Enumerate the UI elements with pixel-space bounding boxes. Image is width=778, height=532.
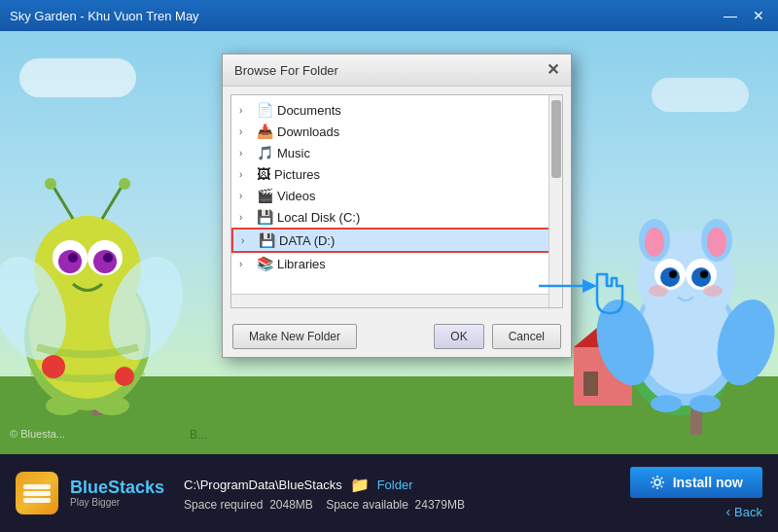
svg-point-30 xyxy=(669,270,677,278)
back-label: Back xyxy=(734,505,762,519)
settings-icon xyxy=(650,475,665,490)
space-row: Space required 2048MB Space available 24… xyxy=(184,498,619,512)
chevron-icon: › xyxy=(239,126,253,137)
chevron-icon: › xyxy=(239,212,253,223)
install-info: C:\ProgramData\BlueStacks 📁 Folder Space… xyxy=(184,476,619,512)
space-required-value: 2048MB xyxy=(269,498,313,512)
install-now-button[interactable]: Install now xyxy=(630,467,762,498)
svg-line-9 xyxy=(53,187,73,219)
back-arrow-icon: ‹ xyxy=(725,504,730,519)
local-disk-c-icon: 💾 xyxy=(257,209,273,225)
music-icon: 🎵 xyxy=(257,145,273,160)
space-available-value: 24379MB xyxy=(415,498,465,512)
chevron-icon: › xyxy=(241,235,255,246)
brand-name: BlueStacks xyxy=(70,479,164,498)
documents-label: Documents xyxy=(277,103,341,118)
cloud-decoration-2 xyxy=(652,78,749,112)
path-row: C:\ProgramData\BlueStacks 📁 Folder xyxy=(184,476,619,494)
svg-point-37 xyxy=(690,395,721,412)
logo-layer-1 xyxy=(23,484,51,489)
chevron-icon: › xyxy=(239,169,253,180)
music-label: Music xyxy=(277,146,310,160)
chevron-icon: › xyxy=(239,105,253,116)
folder-link[interactable]: Folder xyxy=(377,478,413,492)
local-disk-c-label: Local Disk (C:) xyxy=(277,210,360,225)
chevron-icon: › xyxy=(239,191,253,201)
chevron-icon: › xyxy=(239,148,253,159)
window-title: Sky Garden - Khu Vuon Tren May xyxy=(10,9,720,23)
svg-point-18 xyxy=(115,367,134,386)
titlebar: Sky Garden - Khu Vuon Tren May — ✕ xyxy=(0,0,778,31)
bluestacks-brand: BlueStacks Play Bigger xyxy=(70,479,164,509)
window-controls: — ✕ xyxy=(720,9,768,22)
character-left xyxy=(0,143,194,454)
logo-layer-2 xyxy=(23,491,51,496)
pictures-label: Pictures xyxy=(274,167,320,182)
scrollbar-thumb[interactable] xyxy=(551,100,561,178)
character-right xyxy=(588,162,778,454)
dialog-title: Browse For Folder xyxy=(234,63,338,78)
tree-item-videos[interactable]: › 🎬 Videos xyxy=(231,185,562,206)
svg-point-15 xyxy=(46,396,81,415)
dialog-close-button[interactable]: ✕ xyxy=(547,62,559,78)
svg-point-7 xyxy=(68,253,78,263)
svg-point-51 xyxy=(654,479,660,485)
bluestacks-logo xyxy=(16,472,58,514)
logo-layers xyxy=(23,484,51,503)
back-row[interactable]: ‹ Back xyxy=(725,504,762,519)
install-actions: Install now ‹ Back xyxy=(630,467,762,519)
copyright-text: © Bluesta... xyxy=(10,428,65,440)
svg-point-25 xyxy=(707,228,726,257)
downloads-icon: 📥 xyxy=(257,124,273,139)
documents-icon: 📄 xyxy=(257,102,273,118)
videos-icon: 🎬 xyxy=(257,188,273,203)
bottombar: BlueStacks Play Bigger C:\ProgramData\Bl… xyxy=(0,454,778,532)
minimize-button[interactable]: — xyxy=(720,9,741,22)
tree-item-downloads[interactable]: › 📥 Downloads xyxy=(231,121,562,142)
logo-layer-3 xyxy=(23,498,51,503)
svg-point-12 xyxy=(119,178,130,190)
tree-item-music[interactable]: › 🎵 Music xyxy=(231,142,562,163)
downloads-label: Downloads xyxy=(277,124,339,139)
data-d-icon: 💾 xyxy=(259,232,275,248)
path-text: C:\ProgramData\BlueStacks xyxy=(184,478,342,492)
tree-item-pictures[interactable]: › 🖼 Pictures xyxy=(231,163,562,185)
tree-item-documents[interactable]: › 📄 Documents xyxy=(231,99,562,121)
pictures-icon: 🖼 xyxy=(257,166,270,182)
svg-point-36 xyxy=(651,395,682,412)
svg-point-17 xyxy=(42,355,65,378)
svg-point-33 xyxy=(703,285,723,297)
space-available-label: Space available xyxy=(326,498,408,512)
tree-item-data-d[interactable]: › 💾 DATA (D:) xyxy=(231,228,562,253)
data-d-label: DATA (D:) xyxy=(279,233,335,248)
svg-point-28 xyxy=(660,267,680,287)
svg-point-32 xyxy=(649,285,668,297)
svg-point-8 xyxy=(103,253,113,263)
videos-label: Videos xyxy=(277,189,316,203)
svg-point-23 xyxy=(645,228,664,257)
space-required-label: Space required xyxy=(184,498,263,512)
svg-point-16 xyxy=(94,396,129,415)
dialog-titlebar: Browse For Folder ✕ xyxy=(223,54,571,87)
svg-line-11 xyxy=(102,187,122,219)
brand-tagline: Play Bigger xyxy=(70,497,164,508)
svg-point-29 xyxy=(691,267,711,287)
svg-point-10 xyxy=(45,178,56,190)
install-now-label: Install now xyxy=(673,475,743,490)
folder-icon: 📁 xyxy=(350,476,370,494)
svg-point-31 xyxy=(700,270,708,278)
bg-bluestacks-text: B... xyxy=(190,428,207,442)
tree-item-local-disk-c[interactable]: › 💾 Local Disk (C:) xyxy=(231,206,562,228)
close-button[interactable]: ✕ xyxy=(749,9,768,22)
cloud-decoration-1 xyxy=(19,58,136,97)
